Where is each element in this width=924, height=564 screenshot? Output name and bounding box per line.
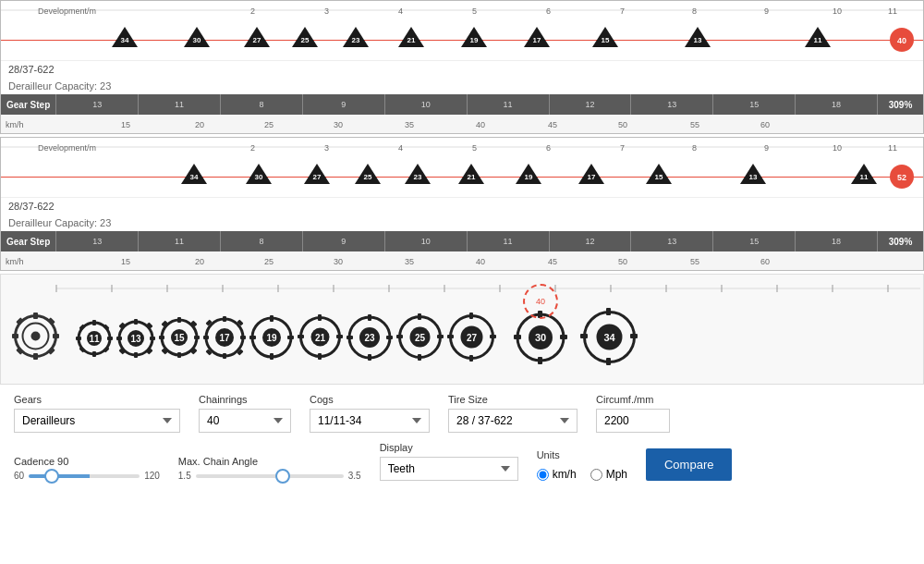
cog-27[interactable]: 27 (446, 312, 497, 365)
tire-size-select[interactable]: 28 / 37-622 (448, 409, 578, 433)
svg-text:4: 4 (398, 143, 403, 153)
svg-rect-147 (177, 352, 181, 358)
gs-cell: 9 (302, 231, 384, 251)
svg-text:13: 13 (749, 173, 758, 181)
svg-text:55: 55 (690, 257, 699, 266)
gs-cell-pct: 309% (877, 94, 923, 115)
chainrings-select[interactable]: 40 (199, 409, 291, 433)
svg-text:17: 17 (219, 333, 230, 343)
svg-rect-120 (16, 347, 23, 354)
svg-text:6: 6 (546, 143, 551, 153)
cog-30-selected[interactable]: 40 30 (513, 310, 568, 368)
svg-text:19: 19 (266, 333, 277, 343)
svg-text:3: 3 (324, 143, 329, 153)
tire-size-label: Tire Size (448, 394, 578, 405)
compare-button[interactable]: Compare (646, 448, 732, 481)
svg-text:2: 2 (250, 143, 255, 153)
gs-cell: 15 (712, 94, 795, 115)
gs-cell: 12 (549, 94, 631, 115)
chart-2: Development/m 2 3 4 5 6 7 8 9 10 11 34 (0, 137, 924, 271)
svg-text:45: 45 (548, 120, 557, 129)
units-kmh-option[interactable]: km/h (537, 468, 577, 481)
svg-rect-176 (318, 353, 322, 360)
svg-rect-175 (318, 314, 322, 321)
svg-text:27: 27 (253, 36, 261, 44)
svg-text:34: 34 (190, 173, 199, 181)
svg-rect-206 (560, 335, 567, 339)
chain-max: 3.5 (348, 471, 361, 481)
svg-text:50: 50 (618, 257, 627, 266)
svg-text:35: 35 (405, 257, 414, 266)
svg-text:17: 17 (588, 173, 596, 181)
svg-text:20: 20 (195, 120, 204, 129)
display-select[interactable]: Teeth Gear Ratio Development (380, 457, 518, 481)
svg-rect-136 (134, 352, 138, 358)
svg-text:9: 9 (764, 6, 769, 16)
svg-text:34: 34 (121, 36, 129, 44)
svg-rect-148 (159, 336, 164, 339)
svg-text:15: 15 (602, 36, 610, 44)
svg-text:11: 11 (860, 173, 869, 181)
gs-cell: 11 (467, 94, 549, 115)
gs-cell: 13 (55, 231, 138, 251)
chainrings-label: Chainrings (199, 394, 291, 405)
svg-text:60: 60 (760, 120, 770, 129)
units-mph-option[interactable]: Mph (590, 468, 627, 481)
svg-text:9: 9 (764, 143, 769, 153)
chainring-icon[interactable] (10, 311, 61, 362)
gears-select[interactable]: Derailleurs (14, 409, 180, 433)
cogs-group: Cogs 11/11-34 (310, 394, 430, 433)
chart2-gear-ratio: 28/37-622 (8, 201, 55, 212)
svg-point-113 (31, 332, 41, 341)
chart1-speed-ruler: km/h 15 20 25 30 35 40 45 50 55 60 (1, 115, 923, 133)
svg-text:17: 17 (533, 36, 541, 44)
svg-rect-210 (606, 308, 611, 315)
gears-group: Gears Derailleurs (14, 394, 180, 433)
cog-17[interactable]: 17 (202, 315, 247, 362)
svg-text:25: 25 (415, 333, 426, 343)
circumf-input[interactable] (596, 409, 670, 433)
svg-rect-191 (396, 335, 403, 338)
svg-text:40: 40 (476, 120, 485, 129)
svg-text:25: 25 (264, 257, 274, 266)
chart2-gear-step-cells: 13 11 8 9 10 11 12 13 15 18 309% (55, 231, 923, 251)
svg-text:27: 27 (467, 333, 478, 343)
svg-text:30: 30 (255, 173, 263, 181)
svg-text:11: 11 (89, 334, 100, 344)
chart1-gear-ratio: 28/37-622 (8, 64, 55, 75)
gs-cell: 8 (220, 94, 302, 115)
svg-text:5: 5 (472, 6, 477, 16)
cadence-slider[interactable] (29, 474, 140, 478)
svg-text:52: 52 (897, 173, 906, 182)
units-group: Units km/h Mph (537, 449, 627, 481)
units-kmh-radio[interactable] (537, 469, 549, 481)
svg-text:10: 10 (833, 143, 842, 153)
svg-text:23: 23 (414, 173, 422, 181)
svg-text:3: 3 (324, 6, 329, 16)
cadence-min: 60 (14, 471, 24, 481)
chain-angle-slider[interactable] (196, 474, 344, 478)
cog-13[interactable]: 13 (116, 318, 156, 359)
svg-rect-199 (490, 335, 496, 338)
svg-text:5: 5 (472, 143, 477, 153)
units-mph-radio[interactable] (590, 469, 602, 481)
cog-19[interactable]: 19 (249, 314, 295, 363)
cog-34[interactable]: 34 (579, 307, 639, 370)
chart1-derailleur-capacity: Derailleur Capacity: 23 (8, 80, 111, 92)
chain-angle-label: Max. Chain Angle (178, 456, 361, 467)
cog-25[interactable]: 25 (395, 313, 444, 364)
cog-21[interactable]: 21 (297, 313, 344, 363)
cog-15[interactable]: 15 (158, 316, 201, 362)
svg-text:21: 21 (468, 173, 476, 181)
svg-text:15: 15 (655, 173, 663, 181)
svg-text:Development/m: Development/m (38, 6, 96, 16)
svg-text:23: 23 (364, 333, 375, 343)
svg-rect-192 (437, 335, 444, 338)
svg-rect-190 (418, 354, 421, 361)
cog-11[interactable]: 11 (75, 319, 114, 358)
svg-text:30: 30 (193, 36, 201, 44)
units-kmh-label: km/h (553, 468, 577, 481)
cog-23[interactable]: 23 (346, 313, 394, 364)
cogs-select[interactable]: 11/11-34 (310, 409, 430, 433)
svg-rect-212 (580, 334, 588, 338)
